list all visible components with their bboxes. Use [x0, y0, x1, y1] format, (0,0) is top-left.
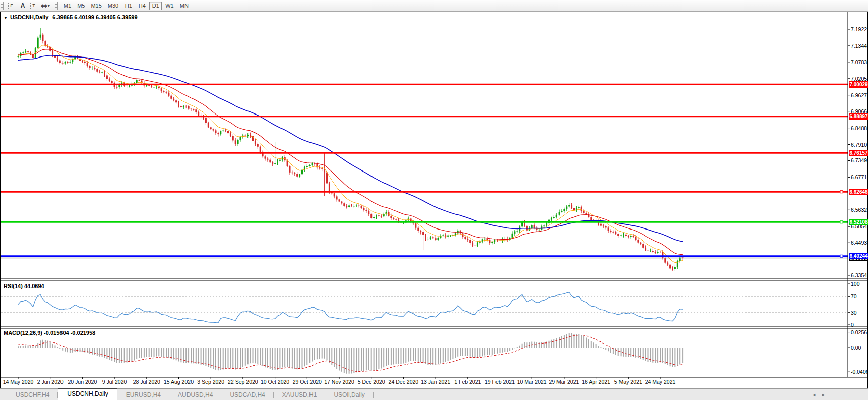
symbol-dropdown-icon[interactable]: ▼ — [4, 16, 8, 20]
symbol-name: USDCNH,Daily — [10, 14, 48, 20]
rsi-indicator-label: RSI(14) 44.0694 — [4, 283, 44, 289]
text-tool-button[interactable]: A — [17, 1, 28, 10]
macd-indicator-label: MACD(12,26,9) -0.015604 -0.021958 — [4, 330, 95, 336]
fibonacci-tool-button[interactable]: F — [6, 1, 17, 10]
timeframe-h4-button[interactable]: H4 — [136, 2, 148, 10]
tab-audusd-h4[interactable]: AUDUSD,H4 — [169, 390, 221, 400]
tab-usdchf-h4[interactable]: USDCHF,H4 — [7, 390, 58, 400]
tab-scroll-left-icon[interactable]: ◄ — [812, 392, 816, 397]
timeframe-m1-button[interactable]: M1 — [61, 2, 74, 10]
tab-usdcnh-daily[interactable]: USDCNH,Daily — [58, 388, 117, 400]
chevron-down-icon: ▾ — [48, 4, 50, 8]
tab-eurusd-h4[interactable]: EURUSD,H4 — [117, 390, 169, 400]
chart-title: ▼USDCNH,Daily6.39865 6.40199 6.39405 6.3… — [4, 14, 138, 20]
tab-usdcad-h4[interactable]: USDCAD,H4 — [221, 390, 273, 400]
tab-xauusd-h1[interactable]: XAUUSD,H1 — [274, 390, 326, 400]
chart-tab-bar: USDCHF,H4 USDCNH,Daily EURUSD,H4 AUDUSD,… — [0, 388, 868, 400]
shapes-tool-button[interactable]: ◆◆ ▾ — [39, 1, 51, 10]
text-icon: A — [21, 2, 25, 9]
top-toolbar: F A T ◆◆ ▾ M1 M5 M15 M30 H1 H4 D1 W1 MN — [0, 0, 868, 12]
timeframe-mn-button[interactable]: MN — [177, 2, 191, 10]
tab-scroll-right-icon[interactable]: ► — [821, 392, 826, 397]
toolbar-grip[interactable] — [1, 2, 4, 10]
timeframe-h1-button[interactable]: H1 — [122, 2, 135, 10]
tab-usoil-daily[interactable]: USOil,Daily — [325, 390, 373, 400]
chart-window: 7.192207.134407.078307.020506.962706.906… — [0, 12, 868, 388]
timeframe-w1-button[interactable]: W1 — [163, 2, 176, 10]
fibonacci-icon: F — [8, 3, 15, 9]
timeframe-m5-button[interactable]: M5 — [75, 2, 87, 10]
timeframe-d1-button[interactable]: D1 — [149, 2, 162, 10]
timeframe-m15-button[interactable]: M15 — [88, 2, 104, 10]
mt4-application: { "toolbar": { "tools": [ {"name": "fibo… — [0, 0, 868, 400]
timeframe-m30-button[interactable]: M30 — [105, 2, 121, 10]
label-icon: T — [30, 3, 37, 9]
chart-plot[interactable] — [1, 12, 867, 388]
ohlc-values: 6.39865 6.40199 6.39405 6.39599 — [52, 14, 137, 20]
tab-scroll-nav: ◄ ► — [812, 392, 826, 397]
toolbar-grip-2[interactable] — [55, 2, 58, 10]
shapes-icon: ◆◆ — [41, 3, 47, 8]
label-tool-button[interactable]: T — [28, 1, 39, 10]
